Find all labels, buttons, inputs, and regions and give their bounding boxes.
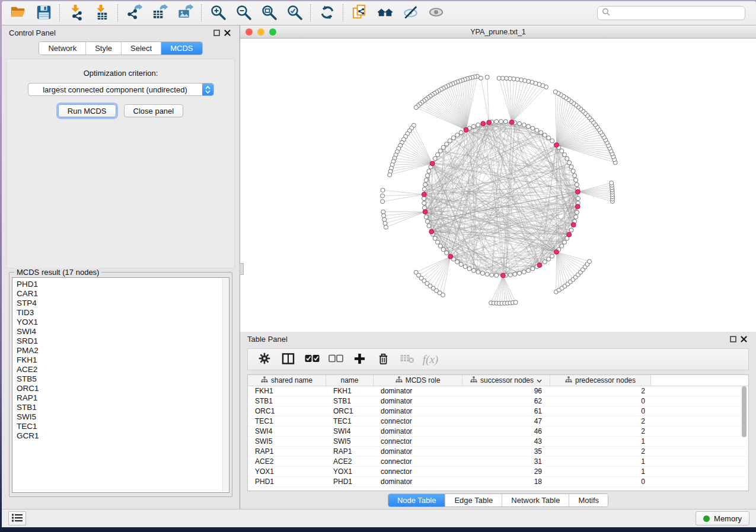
export-image-button[interactable] xyxy=(173,3,198,23)
settings-button[interactable] xyxy=(253,351,276,368)
task-history-button[interactable] xyxy=(8,511,26,525)
run-mcds-button[interactable]: Run MCDS xyxy=(58,104,116,117)
table-row[interactable]: SWI4SWI4dominator462 xyxy=(248,427,748,437)
mcds-result-item[interactable]: SWI4 xyxy=(17,327,229,336)
mcds-result-item[interactable]: SWI5 xyxy=(17,412,229,422)
column-header-successor-nodes[interactable]: successor nodes xyxy=(462,375,550,386)
table-cell[interactable]: connector xyxy=(374,467,462,476)
tab-network[interactable]: Network xyxy=(39,42,85,55)
table-cell[interactable]: dominator xyxy=(374,387,462,395)
table-row[interactable]: STB1STB1dominator620 xyxy=(248,396,748,406)
result-list-scrollbar[interactable] xyxy=(222,278,228,492)
table-row[interactable]: PHD1PHD1dominator180 xyxy=(248,477,748,487)
deselect-all-button[interactable] xyxy=(324,351,347,368)
close-panel-button-mcds[interactable]: Close panel xyxy=(124,104,184,117)
table-cell[interactable]: 2 xyxy=(550,417,651,425)
mcds-result-item[interactable]: STB1 xyxy=(17,403,229,412)
mcds-result-item[interactable]: PHD1 xyxy=(17,280,229,289)
table-cell[interactable]: ORC1 xyxy=(248,407,326,415)
mcds-result-list[interactable]: PHD1CAR1STP4TID3YOX1SWI4SRD1PMA2FKH1ACE2… xyxy=(12,277,229,493)
tab-motifs[interactable]: Motifs xyxy=(569,494,608,507)
mcds-result-item[interactable]: STB5 xyxy=(17,374,229,384)
table-cell[interactable]: 2 xyxy=(550,387,651,395)
zoom-out-button[interactable] xyxy=(231,3,256,23)
table-row[interactable]: RAP1RAP1dominator352 xyxy=(248,447,748,457)
table-cell[interactable]: 46 xyxy=(462,427,550,435)
copy-network-button[interactable] xyxy=(347,3,372,23)
export-table-button[interactable] xyxy=(147,3,173,23)
mcds-result-item[interactable]: STP4 xyxy=(17,299,229,308)
table-cell[interactable]: STB1 xyxy=(326,397,374,405)
table-scrollbar-thumb[interactable] xyxy=(742,386,747,437)
close-table-panel-button[interactable] xyxy=(738,335,749,344)
table-cell[interactable]: 47 xyxy=(462,417,550,425)
table-cell[interactable]: connector xyxy=(374,457,462,466)
open-file-button[interactable] xyxy=(5,3,31,23)
table-cell[interactable]: FKH1 xyxy=(326,387,374,395)
table-row[interactable]: ACE2ACE2connector311 xyxy=(248,457,748,467)
table-cell[interactable]: 2 xyxy=(550,427,651,435)
mcds-result-item[interactable]: GCR1 xyxy=(17,431,229,441)
save-session-button[interactable] xyxy=(31,3,56,23)
table-scrollbar[interactable] xyxy=(741,386,747,489)
search-box[interactable] xyxy=(597,6,745,20)
mcds-result-item[interactable]: FKH1 xyxy=(17,355,229,365)
table-row[interactable]: TEC1TEC1connector472 xyxy=(248,416,748,427)
table-row[interactable]: FKH1FKH1dominator962 xyxy=(248,386,748,396)
table-cell[interactable]: dominator xyxy=(374,407,462,415)
zoom-fit-button[interactable] xyxy=(256,3,282,23)
table-cell[interactable]: YOX1 xyxy=(248,467,326,476)
table-row[interactable]: YOX1YOX1connector291 xyxy=(248,467,748,477)
network-canvas[interactable] xyxy=(240,39,756,332)
search-input[interactable] xyxy=(613,8,741,18)
table-row[interactable]: SWI5SWI5connector431 xyxy=(248,437,748,447)
table-cell[interactable]: 31 xyxy=(462,457,550,466)
export-network-button[interactable] xyxy=(122,3,147,23)
mcds-result-item[interactable]: PMA2 xyxy=(17,346,229,355)
column-view-button[interactable] xyxy=(276,351,300,368)
table-cell[interactable]: 1 xyxy=(550,457,651,466)
tab-style[interactable]: Style xyxy=(85,42,121,55)
table-cell[interactable]: SWI4 xyxy=(248,427,326,435)
table-cell[interactable]: FKH1 xyxy=(248,387,326,395)
mcds-result-item[interactable]: SRD1 xyxy=(17,336,229,346)
table-cell[interactable]: ACE2 xyxy=(248,457,326,466)
table-cell[interactable]: 35 xyxy=(462,447,550,456)
table-cell[interactable]: connector xyxy=(374,417,462,425)
zoom-selected-button[interactable] xyxy=(282,3,307,23)
table-row[interactable]: ORC1ORC1dominator610 xyxy=(248,406,748,416)
delete-column-button[interactable] xyxy=(371,351,395,368)
node-table[interactable]: shared namenameMCDS rolesuccessor nodesp… xyxy=(247,374,749,491)
float-table-panel-button[interactable] xyxy=(728,335,738,344)
hide-selected-button[interactable] xyxy=(398,3,423,23)
table-cell[interactable]: 1 xyxy=(550,437,651,446)
import-table-button[interactable] xyxy=(89,3,114,23)
mcds-result-item[interactable]: ACE2 xyxy=(17,365,229,374)
table-cell[interactable]: RAP1 xyxy=(326,447,374,456)
table-cell[interactable]: 0 xyxy=(550,407,651,415)
mcds-result-item[interactable]: CAR1 xyxy=(17,289,229,299)
table-cell[interactable]: 62 xyxy=(462,397,550,405)
table-cell[interactable]: TEC1 xyxy=(326,417,374,425)
table-cell[interactable]: PHD1 xyxy=(248,477,326,486)
table-cell[interactable]: SWI5 xyxy=(326,437,374,446)
mcds-result-item[interactable]: ORC1 xyxy=(17,384,229,393)
table-cell[interactable]: 29 xyxy=(462,467,550,476)
mcds-result-item[interactable]: YOX1 xyxy=(17,318,229,327)
table-cell[interactable]: 43 xyxy=(462,437,550,446)
table-cell[interactable]: RAP1 xyxy=(248,447,326,456)
table-cell[interactable]: 61 xyxy=(462,407,550,415)
table-cell[interactable]: dominator xyxy=(374,447,462,456)
first-neighbors-button[interactable] xyxy=(372,3,398,23)
table-cell[interactable]: 1 xyxy=(550,467,651,476)
table-cell[interactable]: STB1 xyxy=(248,397,326,405)
table-cell[interactable]: ACE2 xyxy=(326,457,374,466)
memory-button[interactable]: Memory xyxy=(696,511,749,525)
zoom-in-button[interactable] xyxy=(205,3,231,23)
table-cell[interactable]: 96 xyxy=(462,387,550,395)
table-cell[interactable]: dominator xyxy=(374,477,462,486)
table-cell[interactable]: ORC1 xyxy=(326,407,374,415)
apply-layout-button[interactable] xyxy=(314,3,340,23)
tab-edge-table[interactable]: Edge Table xyxy=(445,494,502,507)
float-panel-button[interactable] xyxy=(211,28,222,38)
